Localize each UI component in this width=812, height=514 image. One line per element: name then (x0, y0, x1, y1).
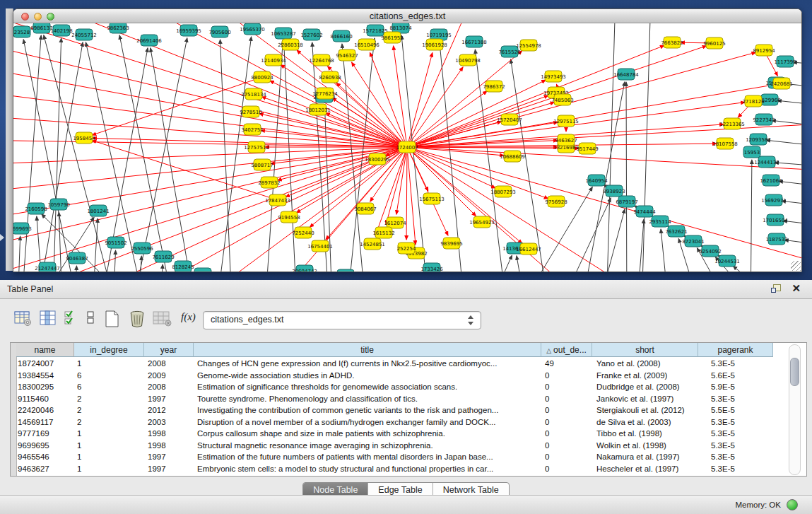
table-cell[interactable]: Stergiakouli et al. (2012) (592, 404, 698, 416)
graph-node[interactable]: 24055712 (71, 29, 97, 40)
table-cell[interactable]: 2003 (144, 416, 194, 428)
row-height-icon[interactable] (86, 310, 96, 327)
table-cell[interactable]: 0 (541, 440, 592, 452)
table-cell[interactable]: Estimation of the future numbers of pati… (194, 451, 541, 463)
graph-node[interactable]: 1801241 (87, 205, 109, 216)
table-settings-icon[interactable] (14, 310, 33, 327)
graph-node[interactable]: 19565370 (240, 23, 265, 35)
table-cell[interactable]: Investigating the contribution of common… (194, 404, 541, 416)
graph-node[interactable]: 12093587 (746, 134, 771, 145)
graph-node[interactable]: 8938923 (603, 185, 625, 197)
network-canvas[interactable]: 2352889861371402198240557129862363206914… (13, 23, 801, 271)
network-window-titlebar[interactable]: citations_edges.txt (13, 9, 801, 23)
delete-column-icon[interactable] (128, 310, 146, 328)
graph-node[interactable]: 9046387 (66, 252, 88, 264)
graph-node[interactable]: 8723041 (682, 235, 704, 247)
graph-node-selected[interactable]: 18107558 (712, 138, 738, 149)
table-cell[interactable]: 0 (541, 370, 592, 382)
graph-node[interactable]: 9474444 (633, 206, 656, 217)
graph-node[interactable]: 1733426 (420, 263, 443, 271)
graph-node[interactable]: 9862363 (107, 23, 129, 33)
edge[interactable] (130, 38, 187, 271)
graph-node[interactable]: 23528 (13, 26, 30, 37)
graph-node-selected[interactable]: 2718126 (742, 95, 765, 107)
column-header-out_de[interactable]: △out_de... (541, 343, 592, 357)
edge[interactable] (777, 100, 801, 108)
graph-node-selected[interactable]: 12213365 (719, 118, 745, 129)
graph-node[interactable]: 17016504 (763, 214, 788, 226)
table-cell[interactable]: 9777169 (16, 428, 74, 440)
graph-node[interactable]: 7699693 (13, 223, 32, 234)
select-columns-icon[interactable] (64, 310, 79, 327)
graph-node-selected[interactable]: 12140934 (261, 54, 286, 66)
graph-node[interactable]: 21247447 (35, 262, 60, 271)
selected-edge[interactable] (92, 79, 256, 135)
selected-edge[interactable] (407, 147, 801, 172)
graph-node-selected[interactable]: 16510496 (354, 39, 379, 50)
graph-node-selected[interactable]: 1958454 (73, 132, 95, 144)
table-cell[interactable]: Changes of HCN gene expression and I(f) … (194, 358, 541, 370)
table-cell[interactable]: 2 (74, 416, 144, 428)
graph-node-selected[interactable]: 22860318 (278, 39, 303, 50)
table-cell[interactable]: 5.3E-5 (698, 440, 773, 452)
table-row[interactable]: 946554611997Estimation of the future num… (11, 451, 807, 463)
graph-node-selected[interactable]: 14524851 (360, 238, 385, 250)
graph-node[interactable]: 1402198 (50, 25, 72, 36)
graph-node[interactable]: 6879197 (616, 196, 637, 207)
column-header-pagerank[interactable]: pagerank (698, 343, 773, 357)
table-cell[interactable]: 22420046 (16, 404, 74, 416)
table-cell[interactable]: Yano et al. (2008) (592, 358, 698, 370)
graph-node-selected[interactable]: 2420681 (770, 78, 792, 89)
graph-node[interactable]: 2935114 (649, 216, 671, 227)
table-cell[interactable]: Wolkin et al. (1998) (592, 440, 698, 452)
table-cell[interactable]: 18724007 (16, 358, 74, 370)
graph-node-selected[interactable]: 3402751 (241, 124, 263, 135)
column-header-short[interactable]: short (592, 343, 698, 357)
edge[interactable] (23, 40, 81, 271)
graph-node[interactable]: 2550596 (131, 243, 153, 254)
table-row[interactable]: 2242004622012Investigating the contribut… (11, 404, 807, 416)
table-cell[interactable]: 9463627 (16, 463, 74, 475)
graph-node[interactable]: 9051502 (105, 237, 126, 248)
table-cell[interactable]: Hescheler et al. (1997) (592, 463, 698, 475)
window-resize-grip[interactable] (791, 261, 801, 271)
graph-node[interactable]: 9254092 (699, 245, 721, 257)
column-header-year[interactable]: year (144, 343, 194, 357)
table-cell[interactable]: 9465546 (16, 451, 74, 463)
table-cell[interactable]: 0 (541, 416, 592, 428)
graph-node-selected[interactable]: 9756928 (545, 196, 567, 207)
edge[interactable] (606, 23, 616, 271)
graph-node[interactable]: 15692971 (761, 194, 787, 206)
table-cell[interactable]: 0 (541, 451, 592, 463)
graph-node[interactable]: 2500289 (192, 268, 213, 271)
graph-node[interactable]: 15953 (743, 146, 760, 158)
table-cell[interactable]: 1 (74, 451, 144, 463)
selected-edge[interactable] (13, 147, 407, 221)
table-cell[interactable]: Embryonic stem cells: a model to study s… (194, 463, 541, 475)
table-cell[interactable]: 5.3E-5 (698, 393, 773, 405)
edge[interactable] (220, 40, 233, 271)
graph-node[interactable]: 1187533 (765, 233, 787, 245)
graph-node-selected[interactable]: 7663822 (661, 37, 683, 48)
memory-ok-icon[interactable] (787, 499, 798, 510)
table-cell[interactable]: 1 (74, 358, 144, 370)
table-row[interactable]: 1872400712008Changes of HCN gene express… (11, 358, 807, 370)
graph-node-selected[interactable]: 9278510 (240, 106, 261, 117)
graph-node[interactable]: 1527602 (300, 29, 322, 40)
graph-node-selected[interactable]: 16754401 (307, 240, 333, 252)
table-vertical-scrollbar[interactable] (789, 344, 801, 475)
table-cell[interactable]: 5.3E-5 (698, 358, 773, 370)
graph-node-selected[interactable]: 1615132 (372, 227, 394, 238)
graph-node-selected[interactable]: 9546327 (336, 49, 358, 61)
column-header-title[interactable]: title (194, 343, 541, 357)
selected-edge[interactable] (738, 106, 749, 118)
edge[interactable] (551, 198, 611, 271)
graph-node-selected[interactable]: 8912954 (753, 45, 775, 56)
table-cell[interactable]: 1998 (144, 440, 194, 452)
graph-node-selected[interactable]: 15675113 (419, 193, 445, 204)
graph-node[interactable]: 20604742 (292, 265, 317, 271)
edge[interactable] (151, 48, 197, 271)
table-cell[interactable]: 9115460 (16, 393, 74, 405)
table-cell[interactable]: 1 (74, 440, 144, 452)
edge[interactable] (779, 181, 801, 189)
